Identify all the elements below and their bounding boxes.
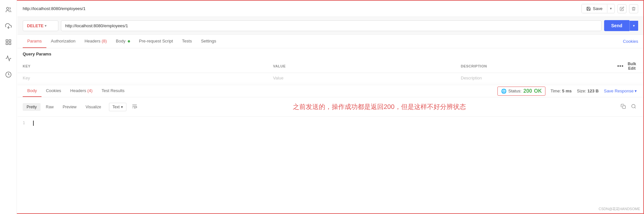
cookies-link[interactable]: Cookies	[623, 35, 638, 48]
send-button-group: Send ▾	[604, 20, 638, 31]
param-desc-cell[interactable]: Description	[456, 73, 612, 83]
line-numbers: 1	[23, 121, 25, 125]
send-button[interactable]: Send	[604, 20, 629, 31]
tab-params[interactable]: Params	[23, 35, 46, 48]
save-response-button[interactable]: Save Response ▾	[604, 89, 637, 93]
param-value-cell[interactable]: Value	[268, 73, 456, 83]
tab-body-label: Body	[116, 39, 125, 43]
wrap-icon	[132, 103, 137, 109]
edit-icon	[620, 6, 624, 11]
type-selector[interactable]: Text ▾	[109, 103, 126, 111]
bulk-edit-label: Bulk Edit	[626, 62, 638, 71]
annotation-text: 之前发送的，操作成功都是返回200，但是这样不好分辨状态	[141, 100, 617, 114]
text-cursor	[33, 121, 34, 126]
response-section: Body Cookies Headers (4) Test Results 🌐 …	[18, 85, 643, 143]
status-code: 200	[523, 88, 532, 94]
response-tab-cookies-label: Cookies	[46, 88, 61, 93]
url-input[interactable]	[61, 20, 602, 31]
col-header-key: KEY	[18, 60, 268, 73]
save-label: Save	[593, 6, 602, 11]
response-tabs-bar: Body Cookies Headers (4) Test Results 🌐 …	[18, 85, 643, 97]
send-dropdown-button[interactable]: ▾	[629, 21, 638, 31]
trash-icon	[631, 6, 636, 11]
svg-point-10	[632, 104, 635, 108]
svg-point-0	[6, 7, 9, 10]
method-label: DELETE	[27, 23, 43, 28]
top-bar: http://localhost:8080/employees/1 Save ▾	[18, 1, 643, 17]
response-tab-test-results[interactable]: Test Results	[97, 85, 129, 97]
request-tabs-bar: Params Authorization Headers (8) Body Pr…	[18, 35, 643, 48]
method-selector[interactable]: DELETE ▾	[23, 20, 58, 31]
save-icon	[586, 6, 591, 11]
tab-tests[interactable]: Tests	[177, 35, 196, 48]
tab-tests-label: Tests	[182, 39, 192, 43]
code-content[interactable]	[33, 121, 638, 126]
copy-icon	[621, 104, 626, 109]
svg-rect-4	[9, 43, 11, 45]
main-content: http://localhost:8080/employees/1 Save ▾	[18, 1, 643, 143]
sidebar-icon-import[interactable]	[3, 20, 14, 32]
save-response-caret-icon: ▾	[635, 89, 637, 93]
method-caret-icon: ▾	[45, 24, 46, 28]
tab-authorization-label: Authorization	[51, 39, 76, 43]
tab-prerequest[interactable]: Pre-request Script	[135, 35, 178, 48]
format-raw-button[interactable]: Raw	[42, 103, 57, 111]
cursor-line	[33, 121, 638, 126]
size-value: Size: 123 B	[577, 89, 599, 93]
format-pretty-button[interactable]: Pretty	[23, 103, 41, 111]
globe-icon: 🌐	[501, 89, 507, 94]
request-bar: DELETE ▾ Send ▾	[18, 17, 643, 35]
tab-headers[interactable]: Headers (8)	[80, 35, 112, 48]
response-tab-test-results-label: Test Results	[101, 88, 125, 93]
param-action-cell	[612, 73, 644, 83]
tab-params-label: Params	[27, 39, 42, 43]
time-value: Time: 5 ms	[551, 89, 572, 93]
sidebar-icon-collections[interactable]	[3, 36, 14, 48]
format-visualize-button[interactable]: Visualize	[82, 103, 105, 111]
response-body-bar: Pretty Raw Preview Visualize Text ▾ 之前发送…	[18, 97, 643, 117]
bulk-edit-button[interactable]: ••• Bulk Edit	[617, 62, 638, 71]
tab-authorization[interactable]: Authorization	[46, 35, 80, 48]
top-bar-actions: Save ▾	[581, 4, 638, 13]
edit-button[interactable]	[617, 4, 626, 13]
tab-settings[interactable]: Settings	[197, 35, 221, 48]
tab-body[interactable]: Body	[111, 35, 134, 48]
more-icon: •••	[617, 63, 624, 69]
query-params-label: Query Params	[18, 48, 643, 60]
tab-settings-label: Settings	[201, 39, 216, 43]
response-tab-body-label: Body	[27, 88, 37, 93]
response-tab-cookies[interactable]: Cookies	[42, 85, 66, 97]
body-active-dot	[128, 40, 130, 42]
save-response-label: Save Response	[604, 89, 634, 93]
watermark: CSDN@花花HANDSOME	[599, 207, 640, 211]
save-dropdown-button[interactable]: ▾	[607, 5, 614, 13]
delete-button[interactable]	[629, 4, 638, 13]
search-button[interactable]	[629, 102, 638, 112]
copy-button[interactable]	[619, 102, 628, 112]
sidebar-icon-users[interactable]	[3, 4, 14, 16]
save-button[interactable]: Save	[582, 4, 607, 13]
svg-rect-5	[6, 43, 8, 45]
response-tab-headers[interactable]: Headers (4)	[66, 85, 97, 97]
type-caret-icon: ▾	[121, 105, 123, 109]
search-icon	[631, 104, 636, 109]
sidebar-icon-history[interactable]	[3, 69, 14, 80]
svg-rect-9	[623, 106, 626, 109]
format-preview-button[interactable]: Preview	[59, 103, 80, 111]
col-header-actions: ••• Bulk Edit	[612, 60, 644, 73]
status-box: 🌐 Status: 200 OK	[497, 87, 545, 96]
sidebar-icon-monitor[interactable]	[3, 53, 14, 64]
param-key-cell[interactable]: Key	[18, 73, 268, 83]
save-button-group: Save ▾	[581, 4, 615, 13]
breadcrumb-url: http://localhost:8080/employees/1	[23, 6, 579, 11]
svg-rect-3	[9, 40, 11, 42]
response-status-area: 🌐 Status: 200 OK Time: 5 ms Size: 123 B …	[129, 87, 638, 96]
wrap-button[interactable]	[129, 102, 140, 112]
col-header-value: VALUE	[268, 60, 456, 73]
params-table: KEY VALUE DESCRIPTION ••• Bulk Edit Key …	[18, 60, 643, 83]
table-row: Key Value Description	[18, 73, 643, 83]
tab-headers-label: Headers (8)	[85, 39, 107, 43]
tab-prerequest-label: Pre-request Script	[139, 39, 173, 43]
response-tab-headers-label: Headers (4)	[70, 88, 93, 93]
response-tab-body[interactable]: Body	[23, 85, 42, 97]
